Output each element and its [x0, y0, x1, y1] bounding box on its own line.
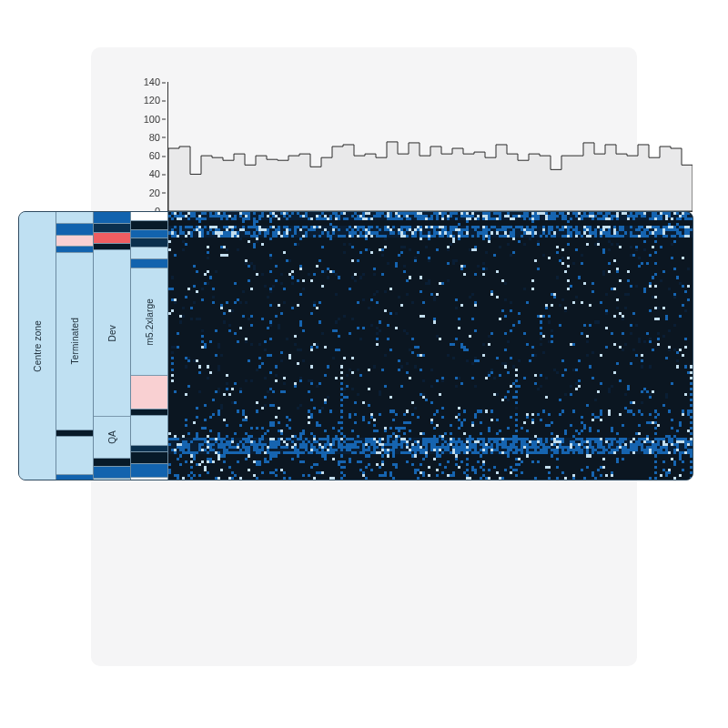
rowcell: [56, 475, 93, 480]
rowcell: Dev: [94, 250, 130, 417]
rowcell: Centre zone: [19, 212, 56, 480]
rowcell: Terminated: [56, 253, 93, 430]
rowcell: [131, 410, 167, 416]
rowcell-label: QA: [107, 430, 117, 444]
rowcell: [131, 230, 167, 239]
ytick-140: 140: [144, 77, 160, 87]
rowcell: [131, 259, 167, 268]
ytick-40: 40: [149, 169, 160, 179]
ytick-80: 80: [149, 132, 160, 142]
rowcell: [131, 464, 167, 479]
rowcell: [131, 446, 167, 452]
ytick-20: 20: [149, 187, 160, 197]
rowcell: [94, 244, 130, 250]
rowcell: [94, 479, 130, 480]
ytick-100: 100: [144, 114, 160, 124]
histogram-y-axis: 020406080100120140: [135, 82, 167, 211]
rowcell: m5.2xlarge: [131, 268, 167, 377]
ytick-120: 120: [144, 96, 160, 106]
rowcol-status: Terminated: [56, 212, 94, 480]
rowcell-label: m5.2xlarge: [145, 298, 155, 345]
heatmap-canvas: [168, 212, 693, 480]
row-category-columns: Centre zoneTerminatedDevQAm5.2xlarge: [19, 212, 168, 480]
rowcell-label: Centre zone: [33, 320, 43, 372]
rowcell: [56, 236, 93, 248]
rowcell: [56, 430, 93, 437]
rowcell: [94, 233, 130, 245]
rowcell: [94, 224, 130, 233]
rowcell: [131, 478, 167, 480]
rowcell: [94, 212, 130, 224]
rowcell: [131, 416, 167, 446]
rowcell-label: Dev: [107, 325, 117, 341]
rowcell: [56, 224, 93, 236]
rowcell: [56, 437, 93, 475]
histogram-svg: [168, 82, 693, 211]
rowcol-zone: Centre zone: [19, 212, 56, 480]
rowcell: QA: [94, 417, 130, 458]
rowcol-instance_type: m5.2xlarge: [131, 212, 168, 480]
rowcell-label: Terminated: [70, 318, 80, 364]
ytick-60: 60: [149, 151, 160, 161]
rowcell: [131, 452, 167, 464]
rowcol-env: DevQA: [94, 212, 131, 480]
rowcell: [131, 248, 167, 259]
rowcell: [131, 376, 167, 409]
rowcell: [131, 238, 167, 248]
rowcell: [94, 467, 130, 479]
rowcell: [94, 459, 130, 468]
rowcell: [131, 221, 167, 230]
rowcell: [131, 212, 167, 221]
heatmap-area: [168, 212, 693, 480]
histogram-path: [168, 142, 693, 211]
rowcell: [56, 212, 93, 224]
column-histogram: [167, 82, 693, 212]
rowcell: [56, 247, 93, 253]
heatmap-panel: Centre zoneTerminatedDevQAm5.2xlarge: [18, 211, 693, 480]
